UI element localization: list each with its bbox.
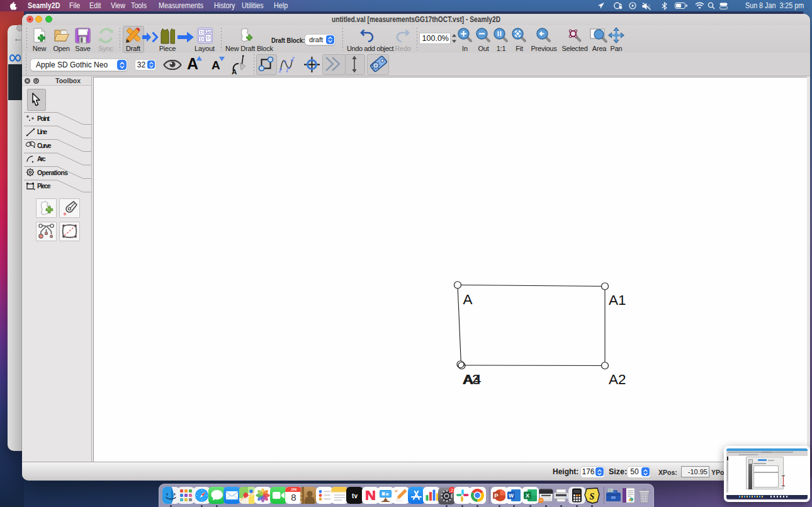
svg-text:tv: tv [352, 492, 358, 499]
svg-text:S: S [590, 491, 595, 501]
svg-text:A2: A2 [609, 372, 626, 387]
svg-text:Piece: Piece [37, 182, 51, 190]
svg-text:Line: Line [37, 128, 47, 135]
svg-text:Operations: Operations [37, 169, 68, 176]
svg-text:JAN: JAN [291, 488, 297, 491]
svg-text:Point: Point [37, 115, 50, 122]
svg-text:A4: A4 [464, 372, 482, 387]
svg-text:A1: A1 [609, 292, 626, 308]
svg-text:A: A [463, 292, 473, 307]
svg-text:Arc: Arc [37, 155, 46, 162]
svg-text:P: P [494, 491, 499, 498]
svg-text:W: W [509, 493, 514, 499]
svg-text:Curve: Curve [37, 142, 52, 149]
svg-text:IMG: IMG [609, 489, 613, 492]
svg-text:A: A [232, 68, 237, 75]
svg-text:X: X [525, 493, 529, 499]
svg-text:“: “ [395, 489, 398, 496]
svg-text:8: 8 [291, 492, 296, 503]
